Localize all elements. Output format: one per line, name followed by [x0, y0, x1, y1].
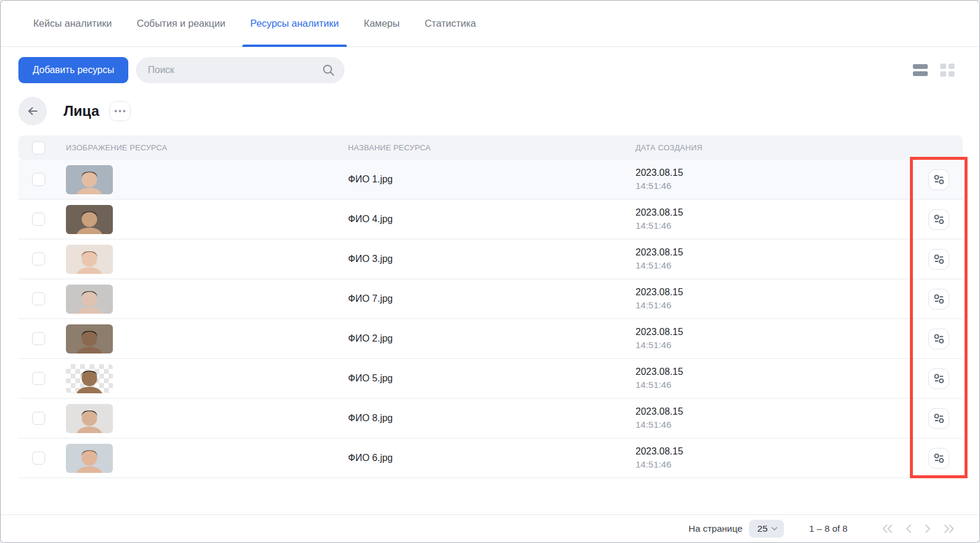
- row-checkbox[interactable]: [32, 332, 45, 345]
- resource-name: ФИО 5.jpg: [348, 373, 636, 384]
- toolbar: Добавить ресурсы: [1, 57, 979, 83]
- range-label: 1 – 8 of 8: [809, 523, 848, 534]
- row-settings-button[interactable]: [928, 408, 949, 429]
- created-time: 14:51:46: [636, 259, 928, 272]
- chevron-down-icon: [771, 526, 778, 531]
- created-time: 14:51:46: [636, 219, 928, 232]
- resources-table: ИЗОБРАЖЕНИЕ РЕСУРСА НАЗВАНИЕ РЕСУРСА ДАТ…: [18, 135, 963, 478]
- row-checkbox[interactable]: [32, 252, 45, 266]
- resource-name: ФИО 4.jpg: [348, 214, 636, 225]
- face-thumbnail: [66, 285, 113, 314]
- created-date: 2023.08.15: [636, 245, 928, 259]
- first-page-icon: [881, 523, 894, 534]
- row-checkbox[interactable]: [32, 372, 45, 385]
- face-thumbnail: [66, 165, 113, 194]
- row-settings-button[interactable]: [928, 329, 949, 349]
- page-title: Лица: [64, 103, 99, 119]
- select-all-cell: [18, 141, 66, 154]
- prev-page-icon: [905, 523, 913, 534]
- row-settings-button[interactable]: [928, 448, 949, 469]
- tab-label: Камеры: [364, 18, 400, 29]
- table-row[interactable]: ФИО 8.jpg 2023.08.15 14:51:46: [18, 399, 963, 438]
- tab-label: Кейсы аналитики: [33, 18, 112, 29]
- tab-label: События и реакции: [137, 18, 225, 29]
- created-date: 2023.08.15: [636, 405, 928, 418]
- per-page-label: На странице: [688, 523, 742, 534]
- row-settings-button[interactable]: [928, 249, 949, 270]
- table-row[interactable]: ФИО 6.jpg 2023.08.15 14:51:46: [18, 438, 963, 478]
- resource-name: ФИО 7.jpg: [348, 293, 636, 304]
- table-row[interactable]: ФИО 1.jpg 2023.08.15 14:51:46: [18, 160, 963, 200]
- row-checkbox[interactable]: [32, 173, 45, 186]
- row-settings-button[interactable]: [928, 368, 949, 389]
- prev-page-button[interactable]: [903, 522, 914, 535]
- row-checkbox[interactable]: [32, 292, 45, 305]
- tab[interactable]: События и реакции: [137, 1, 225, 46]
- resource-name: ФИО 3.jpg: [348, 254, 636, 264]
- row-settings-button[interactable]: [928, 209, 949, 230]
- created-date: 2023.08.15: [636, 444, 928, 458]
- more-actions-button[interactable]: [109, 101, 131, 121]
- resource-name: ФИО 1.jpg: [348, 174, 636, 185]
- column-header-name: НАЗВАНИЕ РЕСУРСА: [348, 143, 636, 152]
- column-header-date: ДАТА СОЗДАНИЯ: [636, 143, 928, 152]
- view-toggles: [912, 62, 956, 78]
- sliders-settings-icon: [932, 372, 946, 385]
- back-arrow-icon: [26, 104, 40, 118]
- pagination-bar: На странице 25 1 – 8 of 8: [1, 514, 979, 542]
- search-icon: [322, 64, 335, 77]
- resource-name: ФИО 2.jpg: [348, 333, 636, 344]
- last-page-button[interactable]: [941, 522, 957, 535]
- tab[interactable]: Кейсы аналитики: [33, 1, 112, 46]
- table-body: ФИО 1.jpg 2023.08.15 14:51:46: [18, 160, 963, 478]
- created-date: 2023.08.15: [636, 365, 928, 378]
- sliders-settings-icon: [932, 173, 946, 186]
- resource-name: ФИО 8.jpg: [348, 413, 636, 424]
- search-box: [136, 57, 344, 83]
- tab[interactable]: Статистика: [425, 1, 476, 46]
- next-page-button[interactable]: [922, 522, 933, 535]
- page-header: Лица: [18, 96, 131, 127]
- row-checkbox[interactable]: [32, 452, 45, 465]
- created-date: 2023.08.15: [636, 285, 928, 299]
- table-header-row: ИЗОБРАЖЕНИЕ РЕСУРСА НАЗВАНИЕ РЕСУРСА ДАТ…: [18, 135, 963, 160]
- face-thumbnail: [66, 364, 113, 393]
- tab[interactable]: Ресурсы аналитики: [250, 1, 339, 46]
- face-thumbnail: [66, 324, 113, 353]
- grid-view-icon[interactable]: [939, 62, 956, 78]
- table-row[interactable]: ФИО 2.jpg 2023.08.15 14:51:46: [18, 319, 963, 359]
- per-page-select[interactable]: 25: [749, 520, 784, 538]
- table-row[interactable]: ФИО 7.jpg 2023.08.15 14:51:46: [18, 279, 963, 319]
- tab-label: Статистика: [425, 18, 476, 29]
- created-time: 14:51:46: [636, 179, 928, 192]
- created-time: 14:51:46: [636, 378, 928, 392]
- created-time: 14:51:46: [636, 458, 928, 471]
- first-page-button[interactable]: [880, 522, 895, 535]
- column-header-image: ИЗОБРАЖЕНИЕ РЕСУРСА: [66, 143, 348, 152]
- face-thumbnail: [66, 245, 113, 274]
- top-tabs-bar: Кейсы аналитики События и реакции Ресурс…: [1, 1, 979, 47]
- add-resources-button[interactable]: Добавить ресурсы: [18, 57, 128, 83]
- face-thumbnail: [66, 444, 113, 473]
- created-time: 14:51:46: [636, 299, 928, 312]
- table-row[interactable]: ФИО 5.jpg 2023.08.15 14:51:46: [18, 359, 963, 399]
- search-input[interactable]: [136, 57, 344, 83]
- list-view-icon[interactable]: [912, 63, 929, 77]
- row-checkbox[interactable]: [32, 213, 45, 226]
- row-settings-button[interactable]: [928, 289, 949, 310]
- row-settings-button[interactable]: [928, 169, 949, 190]
- table-row[interactable]: ФИО 3.jpg 2023.08.15 14:51:46: [18, 239, 963, 279]
- back-button[interactable]: [18, 97, 47, 125]
- created-date: 2023.08.15: [636, 206, 928, 219]
- sliders-settings-icon: [932, 292, 946, 305]
- app-window: Кейсы аналитики События и реакции Ресурс…: [0, 0, 980, 543]
- select-all-checkbox[interactable]: [32, 141, 45, 154]
- tab[interactable]: Камеры: [364, 1, 400, 46]
- created-time: 14:51:46: [636, 339, 928, 352]
- created-time: 14:51:46: [636, 418, 928, 431]
- resource-name: ФИО 6.jpg: [348, 453, 636, 463]
- tab-label: Ресурсы аналитики: [250, 18, 339, 29]
- table-row[interactable]: ФИО 4.jpg 2023.08.15 14:51:46: [18, 200, 963, 239]
- pager-buttons: [880, 522, 957, 535]
- row-checkbox[interactable]: [32, 412, 45, 425]
